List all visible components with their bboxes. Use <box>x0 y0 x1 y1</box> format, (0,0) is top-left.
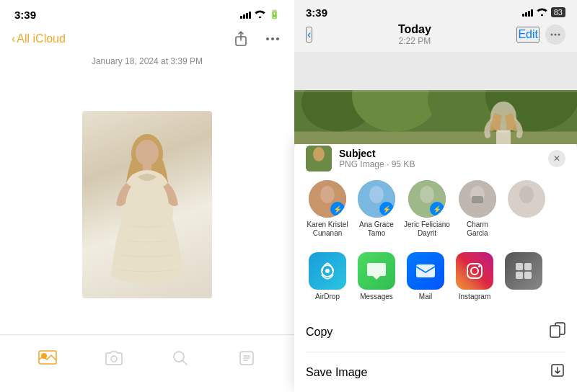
close-button[interactable]: ✕ <box>548 150 565 167</box>
svg-point-2 <box>271 37 274 40</box>
right-status-bar: 3:39 83 <box>294 0 577 22</box>
mail-icon <box>407 252 444 290</box>
svg-point-13 <box>555 34 557 36</box>
app-extra[interactable] <box>502 252 545 300</box>
svg-point-42 <box>519 186 534 203</box>
airdrop-icon <box>309 252 346 290</box>
search-icon <box>172 350 188 370</box>
contact-avatar-charm <box>459 180 496 218</box>
svg-point-25 <box>313 147 325 161</box>
tab-edit[interactable] <box>229 342 265 378</box>
right-wifi-icon <box>537 7 547 18</box>
edit-button[interactable]: Edit <box>516 27 539 43</box>
back-button[interactable]: ‹ All iCloud <box>12 32 66 45</box>
svg-point-3 <box>276 37 279 40</box>
instagram-icon <box>456 252 493 290</box>
photo-area <box>0 75 294 334</box>
svg-point-27 <box>320 186 335 203</box>
svg-point-48 <box>478 265 480 267</box>
contact-avatar-karen: ⚡ <box>309 180 346 218</box>
contact-name-ana: Ana GraceTamo <box>359 220 394 238</box>
copy-action[interactable]: Copy <box>306 312 565 352</box>
svg-point-9 <box>111 356 117 362</box>
contact-avatar-jeric: ⚡ <box>408 180 446 218</box>
gray-area <box>294 52 577 90</box>
svg-point-1 <box>266 37 269 40</box>
share-title: Subject <box>339 148 541 159</box>
svg-rect-51 <box>516 272 523 279</box>
share-subtitle: PNG Image · 95 KB <box>339 159 541 169</box>
airdrop-label: AirDrop <box>315 293 340 300</box>
left-panel: 3:39 🔋 ‹ All iCloud <box>0 0 294 392</box>
save-icon <box>550 362 565 382</box>
contact-karen[interactable]: ⚡ Karen KristelCunanan <box>306 180 349 238</box>
svg-point-35 <box>420 186 434 203</box>
svg-point-5 <box>136 140 159 166</box>
svg-text:⚡: ⚡ <box>433 205 442 214</box>
contacts-row: ⚡ Karen KristelCunanan ⚡ Ana GraceTamo <box>294 180 577 249</box>
save-image-label: Save Image <box>306 366 367 379</box>
contact-charm[interactable]: CharmGarcia <box>456 180 499 238</box>
svg-rect-50 <box>524 263 532 270</box>
share-sheet: Subject PNG Image · 95 KB ✕ ⚡ K <box>294 137 577 392</box>
nav-subtitle: 2:22 PM <box>398 36 431 46</box>
share-thumbnail <box>306 146 332 172</box>
tab-search[interactable] <box>162 342 198 378</box>
preview-trees <box>294 90 577 144</box>
dress-svg <box>100 133 194 298</box>
share-header: Subject PNG Image · 95 KB ✕ <box>294 146 577 180</box>
chevron-left-icon: ‹ <box>12 32 15 45</box>
svg-point-44 <box>325 269 330 273</box>
contact-avatar-ana: ⚡ <box>358 180 395 218</box>
left-status-icons: 🔋 <box>240 9 280 20</box>
copy-label: Copy <box>306 326 332 339</box>
contact-jeric[interactable]: ⚡ Jeric FelicianoDayrit <box>404 180 450 238</box>
svg-text:⚡: ⚡ <box>382 205 392 214</box>
contact-ana[interactable]: ⚡ Ana GraceTamo <box>355 180 398 238</box>
back-nav-button[interactable]: ‹ <box>306 27 312 43</box>
tab-camera[interactable] <box>96 342 132 378</box>
share-button[interactable] <box>231 29 251 49</box>
svg-point-31 <box>369 186 384 203</box>
instagram-label: Instagram <box>459 293 490 300</box>
svg-rect-52 <box>524 272 532 279</box>
camera-icon <box>105 350 123 370</box>
contact-name-karen: Karen KristelCunanan <box>307 220 348 238</box>
wifi-icon <box>255 9 265 20</box>
svg-rect-49 <box>516 263 523 270</box>
svg-rect-40 <box>472 196 483 203</box>
contact-name-jeric: Jeric FelicianoDayrit <box>404 220 450 238</box>
copy-icon <box>550 322 565 342</box>
left-bottom-bar <box>0 334 294 392</box>
contact-extra[interactable] <box>505 180 548 238</box>
right-status-time: 3:39 <box>306 6 327 19</box>
app-instagram[interactable]: Instagram <box>453 252 496 300</box>
nav-title-area: Today 2:22 PM <box>398 23 431 46</box>
app-messages[interactable]: Messages <box>355 252 398 300</box>
app-airdrop[interactable]: AirDrop <box>306 252 349 300</box>
apps-row: AirDrop Messages Mail <box>294 249 577 312</box>
edit-icon <box>239 350 255 370</box>
photo-date: January 18, 2024 at 3:39 PM <box>0 52 294 75</box>
svg-point-12 <box>551 34 553 36</box>
svg-rect-23 <box>496 130 511 144</box>
more-button[interactable] <box>263 29 283 49</box>
save-image-action[interactable]: Save Image <box>306 352 565 392</box>
more-options-button[interactable] <box>545 24 565 45</box>
mail-label: Mail <box>419 293 432 300</box>
app-mail[interactable]: Mail <box>404 252 447 300</box>
svg-text:⚡: ⚡ <box>333 205 343 214</box>
svg-point-14 <box>558 34 560 36</box>
dress-photo <box>82 111 212 298</box>
nav-icons <box>231 29 283 49</box>
right-signal-bars <box>522 8 533 17</box>
svg-rect-20 <box>294 90 577 92</box>
tab-library[interactable] <box>30 342 66 378</box>
messages-label: Messages <box>360 293 393 300</box>
right-status-icons: 83 <box>522 7 565 18</box>
nav-title: Today <box>398 23 431 36</box>
share-info: Subject PNG Image · 95 KB <box>339 148 541 169</box>
left-nav: ‹ All iCloud <box>0 26 294 52</box>
battery-icon: 🔋 <box>269 9 280 19</box>
signal-bars <box>240 10 251 19</box>
